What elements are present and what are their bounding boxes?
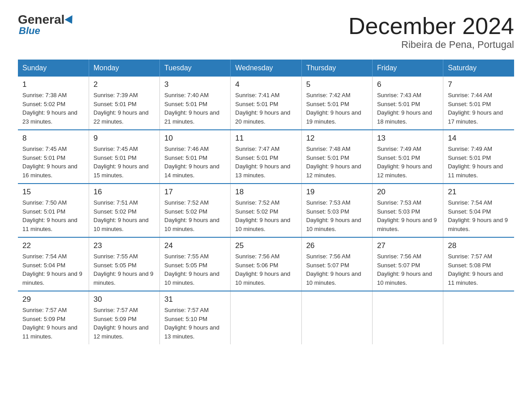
calendar-cell: 1 Sunrise: 7:38 AM Sunset: 5:02 PM Dayli…	[18, 77, 89, 130]
calendar-cell: 27 Sunrise: 7:56 AM Sunset: 5:07 PM Dayl…	[372, 237, 443, 291]
day-number: 31	[164, 295, 226, 304]
day-number: 22	[22, 241, 84, 250]
day-info: Sunrise: 7:47 AM Sunset: 5:01 PM Dayligh…	[235, 145, 296, 180]
calendar-cell: 23 Sunrise: 7:55 AM Sunset: 5:05 PM Dayl…	[89, 237, 159, 291]
day-info: Sunrise: 7:38 AM Sunset: 5:02 PM Dayligh…	[22, 91, 84, 126]
logo: General Blue	[18, 13, 75, 37]
day-info: Sunrise: 7:53 AM Sunset: 5:03 PM Dayligh…	[377, 198, 438, 233]
day-info: Sunrise: 7:41 AM Sunset: 5:01 PM Dayligh…	[235, 91, 296, 126]
calendar-cell	[372, 291, 443, 344]
calendar-header-row: SundayMondayTuesdayWednesdayThursdayFrid…	[18, 60, 514, 77]
column-header-sunday: Sunday	[18, 60, 89, 77]
day-info: Sunrise: 7:55 AM Sunset: 5:05 PM Dayligh…	[94, 252, 155, 287]
calendar-cell: 29 Sunrise: 7:57 AM Sunset: 5:09 PM Dayl…	[18, 291, 89, 344]
day-number: 6	[377, 80, 438, 89]
day-info: Sunrise: 7:57 AM Sunset: 5:09 PM Dayligh…	[22, 306, 84, 341]
day-number: 23	[94, 241, 155, 250]
day-number: 12	[306, 134, 368, 143]
calendar-cell: 20 Sunrise: 7:53 AM Sunset: 5:03 PM Dayl…	[372, 184, 443, 237]
calendar-cell: 13 Sunrise: 7:49 AM Sunset: 5:01 PM Dayl…	[372, 130, 443, 184]
day-info: Sunrise: 7:40 AM Sunset: 5:01 PM Dayligh…	[164, 91, 226, 126]
calendar-cell: 26 Sunrise: 7:56 AM Sunset: 5:07 PM Dayl…	[301, 237, 372, 291]
calendar-cell: 24 Sunrise: 7:55 AM Sunset: 5:05 PM Dayl…	[160, 237, 231, 291]
day-info: Sunrise: 7:52 AM Sunset: 5:02 PM Dayligh…	[164, 198, 226, 233]
day-info: Sunrise: 7:57 AM Sunset: 5:09 PM Dayligh…	[94, 306, 155, 341]
day-info: Sunrise: 7:48 AM Sunset: 5:01 PM Dayligh…	[306, 145, 368, 180]
calendar-cell: 9 Sunrise: 7:45 AM Sunset: 5:01 PM Dayli…	[89, 130, 159, 184]
column-header-monday: Monday	[89, 60, 159, 77]
calendar-cell: 3 Sunrise: 7:40 AM Sunset: 5:01 PM Dayli…	[160, 77, 231, 130]
calendar-cell	[231, 291, 301, 344]
logo-general-text: General	[18, 13, 75, 26]
calendar-cell: 31 Sunrise: 7:57 AM Sunset: 5:10 PM Dayl…	[160, 291, 231, 344]
calendar-cell: 28 Sunrise: 7:57 AM Sunset: 5:08 PM Dayl…	[443, 237, 514, 291]
calendar-cell: 17 Sunrise: 7:52 AM Sunset: 5:02 PM Dayl…	[160, 184, 231, 237]
day-info: Sunrise: 7:49 AM Sunset: 5:01 PM Dayligh…	[448, 145, 510, 180]
day-info: Sunrise: 7:49 AM Sunset: 5:01 PM Dayligh…	[377, 145, 438, 180]
calendar-cell: 2 Sunrise: 7:39 AM Sunset: 5:01 PM Dayli…	[89, 77, 159, 130]
calendar-cell	[301, 291, 372, 344]
day-info: Sunrise: 7:55 AM Sunset: 5:05 PM Dayligh…	[164, 252, 226, 287]
page-header: General Blue December 2024 Ribeira de Pe…	[18, 13, 514, 51]
day-number: 26	[306, 241, 368, 250]
calendar-cell: 6 Sunrise: 7:43 AM Sunset: 5:01 PM Dayli…	[372, 77, 443, 130]
day-number: 7	[448, 80, 510, 89]
day-number: 28	[448, 241, 510, 250]
calendar-cell: 14 Sunrise: 7:49 AM Sunset: 5:01 PM Dayl…	[443, 130, 514, 184]
day-info: Sunrise: 7:56 AM Sunset: 5:07 PM Dayligh…	[377, 252, 438, 287]
calendar-cell: 21 Sunrise: 7:54 AM Sunset: 5:04 PM Dayl…	[443, 184, 514, 237]
day-number: 10	[164, 134, 226, 143]
day-info: Sunrise: 7:53 AM Sunset: 5:03 PM Dayligh…	[306, 198, 368, 233]
calendar-week-row: 29 Sunrise: 7:57 AM Sunset: 5:09 PM Dayl…	[18, 291, 514, 344]
day-number: 3	[164, 80, 226, 89]
calendar-cell: 22 Sunrise: 7:54 AM Sunset: 5:04 PM Dayl…	[18, 237, 89, 291]
day-info: Sunrise: 7:56 AM Sunset: 5:06 PM Dayligh…	[235, 252, 296, 287]
day-number: 8	[22, 134, 84, 143]
column-header-friday: Friday	[372, 60, 443, 77]
calendar-cell: 15 Sunrise: 7:50 AM Sunset: 5:01 PM Dayl…	[18, 184, 89, 237]
calendar-week-row: 15 Sunrise: 7:50 AM Sunset: 5:01 PM Dayl…	[18, 184, 514, 237]
calendar-cell: 5 Sunrise: 7:42 AM Sunset: 5:01 PM Dayli…	[301, 77, 372, 130]
day-number: 30	[94, 295, 155, 304]
day-number: 9	[94, 134, 155, 143]
day-number: 4	[235, 80, 296, 89]
day-info: Sunrise: 7:43 AM Sunset: 5:01 PM Dayligh…	[377, 91, 438, 126]
day-info: Sunrise: 7:46 AM Sunset: 5:01 PM Dayligh…	[164, 145, 226, 180]
day-info: Sunrise: 7:42 AM Sunset: 5:01 PM Dayligh…	[306, 91, 368, 126]
day-info: Sunrise: 7:39 AM Sunset: 5:01 PM Dayligh…	[94, 91, 155, 126]
day-number: 18	[235, 188, 296, 197]
day-info: Sunrise: 7:51 AM Sunset: 5:02 PM Dayligh…	[94, 198, 155, 233]
calendar-cell: 7 Sunrise: 7:44 AM Sunset: 5:01 PM Dayli…	[443, 77, 514, 130]
day-number: 14	[448, 134, 510, 143]
day-number: 2	[94, 80, 155, 89]
day-number: 15	[22, 188, 84, 197]
day-number: 20	[377, 188, 438, 197]
column-header-tuesday: Tuesday	[160, 60, 231, 77]
day-number: 24	[164, 241, 226, 250]
day-number: 21	[448, 188, 510, 197]
calendar-cell: 25 Sunrise: 7:56 AM Sunset: 5:06 PM Dayl…	[231, 237, 301, 291]
calendar-cell: 4 Sunrise: 7:41 AM Sunset: 5:01 PM Dayli…	[231, 77, 301, 130]
location-label: Ribeira de Pena, Portugal	[348, 39, 514, 51]
calendar-cell	[443, 291, 514, 344]
calendar-cell: 18 Sunrise: 7:52 AM Sunset: 5:02 PM Dayl…	[231, 184, 301, 237]
calendar-cell: 10 Sunrise: 7:46 AM Sunset: 5:01 PM Dayl…	[160, 130, 231, 184]
column-header-wednesday: Wednesday	[231, 60, 301, 77]
column-header-thursday: Thursday	[301, 60, 372, 77]
day-info: Sunrise: 7:57 AM Sunset: 5:10 PM Dayligh…	[164, 306, 226, 341]
day-number: 19	[306, 188, 368, 197]
day-info: Sunrise: 7:56 AM Sunset: 5:07 PM Dayligh…	[306, 252, 368, 287]
calendar-cell: 19 Sunrise: 7:53 AM Sunset: 5:03 PM Dayl…	[301, 184, 372, 237]
calendar-week-row: 1 Sunrise: 7:38 AM Sunset: 5:02 PM Dayli…	[18, 77, 514, 130]
day-number: 1	[22, 80, 84, 89]
title-section: December 2024 Ribeira de Pena, Portugal	[348, 13, 514, 51]
day-info: Sunrise: 7:54 AM Sunset: 5:04 PM Dayligh…	[22, 252, 84, 287]
calendar-cell: 11 Sunrise: 7:47 AM Sunset: 5:01 PM Dayl…	[231, 130, 301, 184]
day-number: 11	[235, 134, 296, 143]
calendar-cell: 16 Sunrise: 7:51 AM Sunset: 5:02 PM Dayl…	[89, 184, 159, 237]
calendar-week-row: 22 Sunrise: 7:54 AM Sunset: 5:04 PM Dayl…	[18, 237, 514, 291]
logo-triangle-icon	[65, 15, 76, 26]
day-number: 5	[306, 80, 368, 89]
day-number: 25	[235, 241, 296, 250]
calendar-week-row: 8 Sunrise: 7:45 AM Sunset: 5:01 PM Dayli…	[18, 130, 514, 184]
